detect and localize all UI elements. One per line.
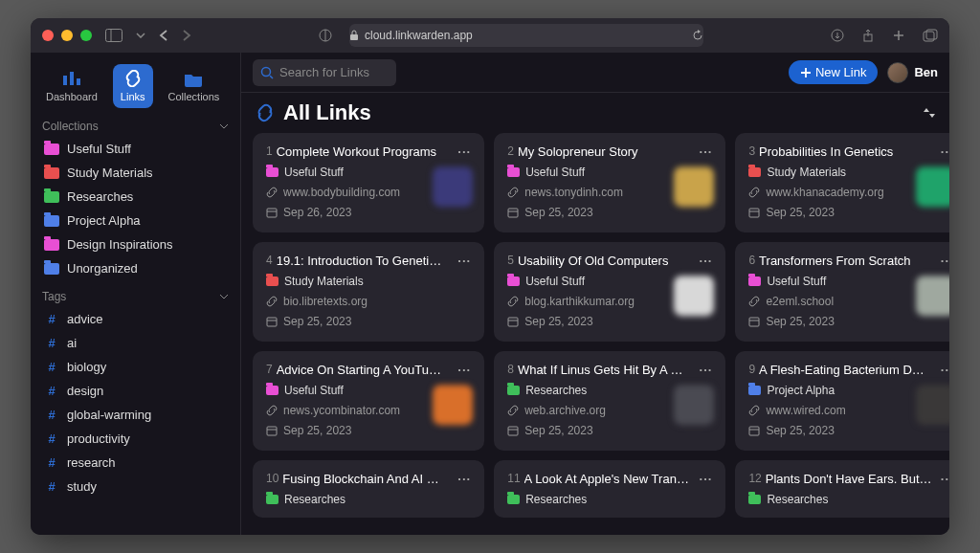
search-input[interactable]: Search for Links — [253, 59, 396, 86]
sidebar-tag-item[interactable]: #advice — [31, 307, 240, 331]
link-card[interactable]: 2 My Solopreneur Story ··· Useful Stuff … — [494, 133, 725, 232]
sidebar-tag-item[interactable]: #biology — [31, 355, 240, 379]
card-menu-button[interactable]: ··· — [700, 472, 713, 486]
card-title: Fusing Blockchain And AI With Me... — [282, 472, 450, 486]
card-number: 12 — [748, 472, 761, 486]
hash-icon: # — [44, 384, 59, 398]
link-card[interactable]: 7 Advice On Starting A YouTube Cha... ··… — [253, 351, 484, 451]
tags-header[interactable]: Tags — [31, 286, 240, 307]
sort-button[interactable] — [923, 106, 936, 120]
card-menu-button[interactable]: ··· — [941, 472, 949, 486]
tag-label: study — [67, 479, 97, 494]
sidebar-collection-item[interactable]: Unorganized — [31, 256, 240, 280]
calendar-icon — [266, 425, 278, 436]
card-collection[interactable]: Researches — [266, 493, 471, 506]
link-card[interactable]: 6 Transformers From Scratch ··· Useful S… — [735, 242, 949, 342]
card-menu-button[interactable]: ··· — [457, 254, 471, 268]
card-date: Sep 25, 2023 — [748, 315, 949, 328]
tag-label: advice — [67, 312, 103, 326]
card-menu-button[interactable]: ··· — [457, 472, 471, 486]
card-title: Plants Don't Have Ears. But They ... — [766, 472, 933, 486]
forward-button[interactable] — [182, 29, 191, 42]
shield-icon[interactable] — [319, 29, 332, 42]
link-card[interactable]: 3 Probabilities In Genetics ··· Study Ma… — [735, 133, 949, 232]
nav-collections[interactable]: Collections — [161, 64, 228, 108]
card-menu-button[interactable]: ··· — [941, 144, 949, 159]
link-card[interactable]: 8 What If Linus Gets Hit By A Bus ··· Re… — [494, 351, 725, 451]
nav-dashboard[interactable]: Dashboard — [38, 64, 105, 108]
refresh-icon[interactable] — [692, 30, 703, 41]
card-collection[interactable]: Researches — [507, 493, 712, 506]
new-tab-icon[interactable] — [892, 29, 905, 42]
new-link-button[interactable]: New Link — [789, 60, 878, 84]
card-date: Sep 25, 2023 — [748, 424, 949, 437]
sidebar-tag-item[interactable]: #research — [31, 451, 240, 475]
link-icon — [266, 296, 278, 307]
calendar-icon — [748, 316, 760, 327]
tabs-icon[interactable] — [923, 29, 938, 42]
sidebar-collection-item[interactable]: Researches — [31, 185, 240, 209]
card-collection[interactable]: Researches — [748, 493, 949, 506]
card-menu-button[interactable]: ··· — [700, 254, 713, 268]
svg-rect-26 — [267, 318, 277, 326]
sidebar-tag-item[interactable]: #study — [31, 475, 240, 498]
card-title: Probabilities In Genetics — [759, 144, 893, 159]
card-date: Sep 25, 2023 — [507, 206, 712, 219]
sidebar-tag-item[interactable]: #ai — [31, 331, 240, 355]
card-collection-label: Researches — [525, 384, 587, 397]
hash-icon: # — [44, 312, 59, 326]
card-date-text: Sep 25, 2023 — [766, 315, 834, 328]
link-card[interactable]: 9 A Flesh-Eating Bacterium Discover... ·… — [735, 351, 949, 451]
card-date-text: Sep 25, 2023 — [524, 315, 592, 328]
card-date: Sep 26, 2023 — [266, 206, 471, 219]
card-menu-button[interactable]: ··· — [941, 363, 949, 377]
link-card[interactable]: 10 Fusing Blockchain And AI With Me... ·… — [253, 460, 484, 518]
card-menu-button[interactable]: ··· — [941, 254, 949, 268]
sidebar-tag-item[interactable]: #global-warming — [31, 403, 240, 427]
link-card[interactable]: 5 Usability Of Old Computers ··· Useful … — [494, 242, 725, 342]
link-card[interactable]: 1 Complete Workout Programs ··· Useful S… — [253, 133, 484, 232]
card-menu-button[interactable]: ··· — [457, 363, 471, 377]
sidebar-tag-item[interactable]: #design — [31, 379, 240, 403]
folder-icon — [748, 495, 761, 504]
card-menu-button[interactable]: ··· — [700, 144, 713, 159]
link-card[interactable]: 11 A Look At Apple's New Transform... ··… — [494, 460, 725, 518]
minimize-window-button[interactable] — [61, 30, 73, 41]
folder-icon — [44, 239, 59, 251]
link-card[interactable]: 12 Plants Don't Have Ears. But They ... … — [735, 460, 949, 518]
tag-label: productivity — [67, 431, 130, 446]
nav-links[interactable]: Links — [113, 64, 153, 108]
browser-titlebar: cloud.linkwarden.app — [31, 18, 949, 53]
sidebar-tag-item[interactable]: #productivity — [31, 427, 240, 451]
sidebar-collection-item[interactable]: Project Alpha — [31, 209, 240, 232]
page-title-text: All Links — [283, 100, 371, 125]
share-icon[interactable] — [861, 29, 875, 42]
card-menu-button[interactable]: ··· — [457, 144, 471, 159]
downloads-icon[interactable] — [831, 29, 844, 42]
address-bar[interactable]: cloud.linkwarden.app — [349, 24, 703, 47]
folder-icon — [748, 386, 761, 395]
svg-point-16 — [262, 67, 271, 76]
close-window-button[interactable] — [42, 30, 54, 41]
sidebar-toggle-icon[interactable] — [105, 29, 122, 42]
maximize-window-button[interactable] — [80, 30, 92, 41]
sidebar-collection-item[interactable]: Study Materials — [31, 161, 240, 185]
collections-header[interactable]: Collections — [31, 116, 240, 137]
card-collection-label: Useful Stuff — [525, 166, 585, 179]
card-collection[interactable]: Study Materials — [266, 275, 471, 288]
sidebar-collection-item[interactable]: Design Inspirations — [31, 232, 240, 256]
folder-icon — [44, 191, 59, 203]
link-card[interactable]: 4 19.1: Introduction To Genetics - Bio..… — [253, 242, 484, 342]
links-icon — [122, 70, 144, 87]
folder-icon — [266, 276, 278, 286]
svg-rect-15 — [77, 78, 80, 85]
user-menu[interactable]: Ben — [887, 62, 938, 83]
svg-rect-13 — [63, 76, 67, 85]
collection-label: Researches — [67, 189, 133, 204]
chevron-down-icon[interactable] — [136, 33, 145, 38]
card-collection-label: Researches — [525, 493, 587, 506]
card-menu-button[interactable]: ··· — [700, 363, 713, 377]
sidebar-collection-item[interactable]: Useful Stuff — [31, 137, 240, 161]
sidebar: Dashboard Links Collections Collections … — [31, 53, 241, 535]
back-button[interactable] — [159, 29, 168, 42]
